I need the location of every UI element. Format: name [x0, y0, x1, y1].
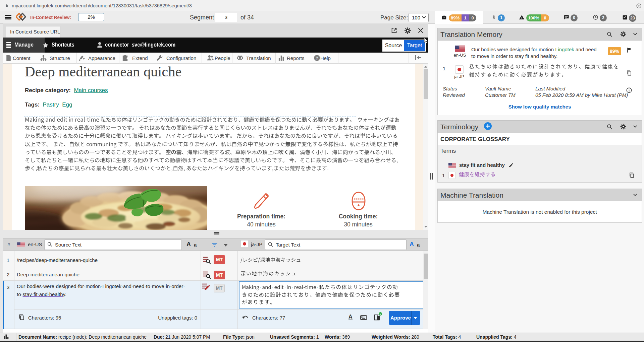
svg-text:?: ?	[316, 56, 318, 61]
